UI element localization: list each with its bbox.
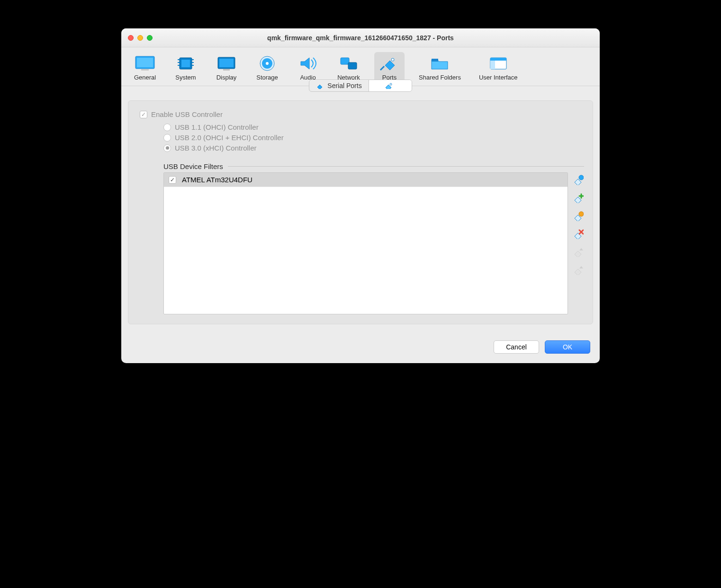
- add-from-device-button[interactable]: [573, 192, 584, 204]
- tab-display[interactable]: Display: [211, 52, 242, 83]
- filter-item[interactable]: ATMEL ATm32U4DFU: [164, 173, 568, 187]
- tab-label: General: [134, 74, 156, 81]
- usb-panel: Enable USB Controller USB 1.1 (OHCI) Con…: [128, 100, 593, 324]
- svg-point-26: [579, 175, 584, 180]
- settings-window: qmk_firmware_qmk_firmware_1612660471650_…: [121, 28, 600, 363]
- filters-row: ATMEL ATm32U4DFU: [163, 172, 584, 314]
- move-filter-down-button[interactable]: [573, 264, 584, 276]
- tab-label: System: [175, 74, 196, 81]
- remove-filter-button[interactable]: [573, 228, 584, 240]
- svg-rect-21: [432, 59, 438, 62]
- svg-rect-17: [341, 58, 349, 64]
- tab-network[interactable]: Network: [333, 52, 364, 83]
- move-filter-up-button[interactable]: [573, 246, 584, 258]
- folder-icon: [429, 55, 451, 72]
- svg-point-20: [391, 58, 394, 61]
- svg-rect-12: [219, 59, 234, 67]
- tab-ports[interactable]: Ports: [374, 52, 405, 83]
- segment-usb[interactable]: [369, 80, 412, 91]
- svg-point-16: [266, 62, 269, 65]
- svg-rect-1: [137, 58, 153, 67]
- filter-label: ATMEL ATm32U4DFU: [182, 176, 252, 184]
- monitor-icon: [134, 55, 156, 72]
- window-title: qmk_firmware_qmk_firmware_1612660471650_…: [121, 34, 600, 42]
- button-label: OK: [563, 343, 572, 351]
- tab-shared-folders[interactable]: Shared Folders: [415, 52, 465, 83]
- radio-label: USB 2.0 (OHCI + EHCI) Controller: [175, 134, 284, 142]
- enable-usb-checkbox[interactable]: [140, 111, 147, 118]
- svg-rect-23: [490, 58, 506, 61]
- radio-label: USB 1.1 (OHCI) Controller: [175, 123, 259, 131]
- speaker-icon: [297, 55, 319, 72]
- radio-usb20[interactable]: USB 2.0 (OHCI + EHCI) Controller: [163, 134, 584, 142]
- svg-rect-18: [348, 62, 357, 69]
- divider: [228, 166, 584, 167]
- tab-system[interactable]: System: [171, 52, 201, 83]
- content-area: Serial Ports Enable USB Controller USB 1…: [121, 86, 600, 333]
- svg-point-29: [579, 212, 584, 216]
- titlebar[interactable]: qmk_firmware_qmk_firmware_1612660471650_…: [121, 28, 600, 47]
- display-icon: [216, 55, 237, 72]
- serial-plug-icon: [316, 82, 324, 89]
- plug-icon: [379, 55, 400, 72]
- cancel-button[interactable]: Cancel: [494, 340, 539, 354]
- add-empty-filter-button[interactable]: [573, 174, 584, 186]
- dialog-footer: Cancel OK: [121, 333, 600, 363]
- svg-rect-13: [223, 69, 230, 71]
- ok-button[interactable]: OK: [545, 340, 590, 354]
- filter-action-buttons: [573, 172, 584, 314]
- svg-rect-24: [490, 61, 495, 69]
- usb-controller-radios: USB 1.1 (OHCI) Controller USB 2.0 (OHCI …: [163, 123, 584, 152]
- disk-icon: [256, 55, 278, 72]
- tab-audio[interactable]: Audio: [293, 52, 323, 83]
- segment-serial-ports[interactable]: Serial Ports: [309, 80, 369, 91]
- svg-point-25: [390, 83, 392, 85]
- svg-line-19: [380, 66, 384, 70]
- filters-section-title: USB Device Filters: [163, 162, 584, 170]
- usb-plug-icon: [385, 82, 393, 89]
- radio-icon: [163, 144, 171, 152]
- tab-general[interactable]: General: [130, 52, 160, 83]
- button-label: Cancel: [506, 343, 527, 351]
- radio-usb30[interactable]: USB 3.0 (xHCI) Controller: [163, 144, 584, 152]
- radio-usb11[interactable]: USB 1.1 (OHCI) Controller: [163, 123, 584, 131]
- svg-rect-2: [141, 69, 149, 71]
- tab-user-interface[interactable]: User Interface: [475, 52, 522, 83]
- window-layout-icon: [487, 55, 509, 72]
- segment-label: Serial Ports: [327, 82, 361, 89]
- radio-icon: [163, 134, 171, 142]
- filter-checkbox[interactable]: [169, 176, 176, 184]
- tab-storage[interactable]: Storage: [252, 52, 282, 83]
- enable-usb-label: Enable USB Controller: [151, 110, 223, 118]
- enable-usb-row: Enable USB Controller: [140, 110, 584, 118]
- usb-filters-list[interactable]: ATMEL ATm32U4DFU: [163, 172, 568, 314]
- radio-icon: [163, 124, 171, 131]
- tab-label: Display: [216, 74, 237, 81]
- edit-filter-button[interactable]: [573, 210, 584, 222]
- svg-rect-4: [181, 60, 190, 67]
- tab-label: Storage: [256, 74, 278, 81]
- network-icon: [338, 55, 360, 72]
- filters-title-text: USB Device Filters: [163, 162, 223, 170]
- tab-label: Shared Folders: [419, 74, 461, 81]
- radio-label: USB 3.0 (xHCI) Controller: [175, 144, 257, 152]
- chip-icon: [175, 55, 197, 72]
- tab-label: User Interface: [479, 74, 518, 81]
